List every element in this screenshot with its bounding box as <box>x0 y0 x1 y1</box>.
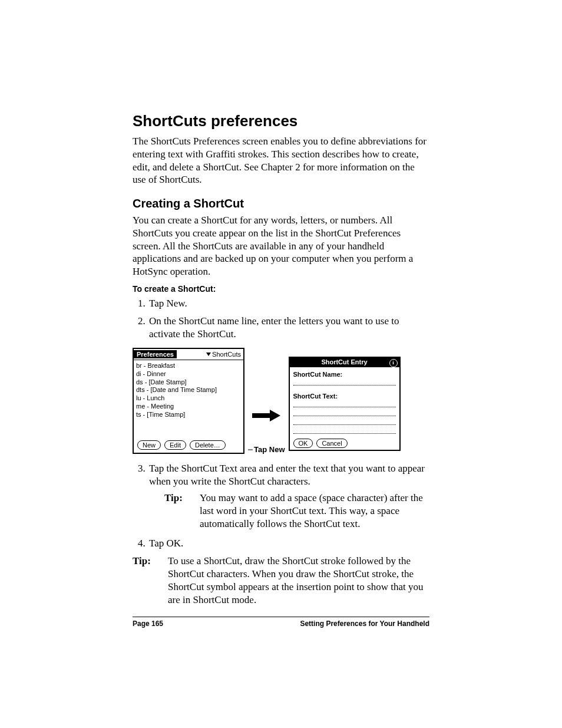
procedure-heading: To create a ShortCut: <box>133 284 429 294</box>
callout-label: Tap New <box>254 445 285 454</box>
figure: Preferences ShortCuts br - Breakfast di … <box>133 348 429 454</box>
button-row: New Edit Delete… <box>134 437 243 453</box>
shortcut-name-input[interactable] <box>293 379 396 386</box>
entry-titlebar: ShortCut Entry i <box>290 358 399 367</box>
list-item[interactable]: dts - [Date and Time Stamp] <box>136 386 241 394</box>
section-paragraph: You can create a ShortCut for any words,… <box>133 214 429 278</box>
step-2: On the ShortCut name line, enter the let… <box>148 315 429 341</box>
shortcut-text-input[interactable] <box>293 410 396 416</box>
callout-tick-icon <box>248 446 254 454</box>
shortcut-text-input[interactable] <box>293 401 396 407</box>
list-item[interactable]: lu - Lunch <box>136 394 241 403</box>
entry-body: ShortCut Name: ShortCut Text: <box>290 367 399 437</box>
step-4: Tap OK. <box>148 537 429 550</box>
step-list: Tap New. On the ShortCut name line, ente… <box>133 297 429 341</box>
list-item[interactable]: ts - [Time Stamp] <box>136 411 241 419</box>
delete-button[interactable]: Delete… <box>190 440 226 450</box>
info-icon[interactable]: i <box>389 359 398 367</box>
ok-button[interactable]: OK <box>293 439 313 448</box>
arrow-right-icon <box>252 410 280 421</box>
tip-label: Tip: <box>164 492 200 531</box>
shortcut-text-input[interactable] <box>293 419 396 425</box>
shortcut-name-label: ShortCut Name: <box>293 371 396 378</box>
arrow-callout: Tap New <box>248 348 285 454</box>
section-heading: Creating a ShortCut <box>133 197 429 210</box>
step-1: Tap New. <box>148 297 429 310</box>
list-item[interactable]: me - Meeting <box>136 403 241 411</box>
tip-text: To use a ShortCut, draw the ShortCut str… <box>168 555 429 607</box>
shortcut-text-input[interactable] <box>293 427 396 434</box>
shortcut-list[interactable]: br - Breakfast di - Dinner ds - [Date St… <box>134 360 243 437</box>
intro-paragraph: The ShortCuts Preferences screen enables… <box>133 135 429 186</box>
tip-label: Tip: <box>133 555 168 607</box>
svg-rect-0 <box>252 413 270 418</box>
step-3-tip: Tip: You may want to add a space (space … <box>164 492 429 531</box>
shortcut-text-label: ShortCut Text: <box>293 393 396 400</box>
page-title: ShortCuts preferences <box>133 112 429 130</box>
cancel-button[interactable]: Cancel <box>316 439 347 448</box>
step-3-text: Tap the ShortCut Text area and enter the… <box>149 463 425 487</box>
preferences-title: Preferences <box>134 350 177 358</box>
footer-page: Page 165 <box>133 620 163 628</box>
list-item[interactable]: di - Dinner <box>136 370 241 378</box>
tip-text: You may want to add a space (space chara… <box>200 492 429 531</box>
list-item[interactable]: ds - [Date Stamp] <box>136 378 241 387</box>
dropdown-label: ShortCuts <box>212 351 241 358</box>
preferences-screen: Preferences ShortCuts br - Breakfast di … <box>133 348 244 454</box>
category-dropdown[interactable]: ShortCuts <box>205 351 243 358</box>
entry-button-row: OK Cancel <box>290 437 399 450</box>
step-list-cont: Tap the ShortCut Text area and enter the… <box>133 462 429 550</box>
edit-button[interactable]: Edit <box>164 440 186 450</box>
step-3: Tap the ShortCut Text area and enter the… <box>148 462 429 531</box>
list-item[interactable]: br - Breakfast <box>136 362 241 370</box>
preferences-titlebar: Preferences ShortCuts <box>134 349 243 360</box>
final-tip: Tip: To use a ShortCut, draw the ShortCu… <box>133 555 429 607</box>
shortcut-entry-screen: ShortCut Entry i ShortCut Name: ShortCut… <box>289 357 401 451</box>
svg-marker-1 <box>270 410 280 421</box>
document-page: ShortCuts preferences The ShortCuts Pref… <box>0 0 562 728</box>
page-footer: Page 165 Setting Preferences for Your Ha… <box>133 617 429 628</box>
entry-title: ShortCut Entry <box>321 358 367 366</box>
new-button[interactable]: New <box>137 440 161 450</box>
footer-section: Setting Preferences for Your Handheld <box>300 620 429 628</box>
chevron-down-icon <box>206 353 211 356</box>
